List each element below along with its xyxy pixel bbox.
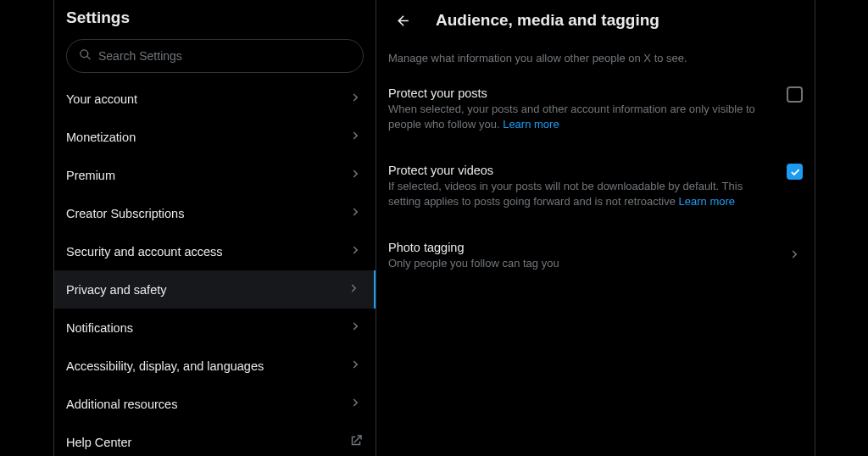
nav-item-security-and-account-access[interactable]: Security and account access: [54, 232, 376, 270]
nav-item-label: Premium: [66, 169, 115, 182]
nav-item-label: Monetization: [66, 131, 136, 144]
nav-item-label: Creator Subscriptions: [66, 207, 184, 220]
nav-item-accessibility-display-and-languages[interactable]: Accessibility, display, and languages: [54, 347, 376, 385]
nav-item-your-account[interactable]: Your account: [54, 80, 376, 118]
nav-item-label: Help Center: [66, 436, 131, 449]
nav-item-label: Your account: [66, 92, 137, 106]
search-icon: [79, 48, 92, 64]
setting-photo-tagging-desc: Only people you follow can tag you: [388, 256, 803, 271]
settings-header: Settings: [54, 0, 376, 39]
detail-title: Audience, media and tagging: [436, 11, 659, 30]
nav-item-premium[interactable]: Premium: [54, 156, 376, 194]
nav-item-additional-resources[interactable]: Additional resources: [54, 385, 376, 423]
nav-item-monetization[interactable]: Monetization: [54, 118, 376, 156]
external-link-icon: [348, 433, 364, 451]
nav-item-label: Accessibility, display, and languages: [66, 359, 264, 373]
detail-header: Audience, media and tagging: [376, 0, 815, 42]
gutter-left: [0, 0, 54, 456]
setting-protect-videos: Protect your videos If selected, videos …: [376, 155, 815, 217]
setting-protect-posts: Protect your posts When selected, your p…: [376, 78, 815, 140]
chevron-right-icon: [348, 395, 364, 413]
nav-item-label: Notifications: [66, 321, 133, 335]
chevron-right-icon: [348, 128, 364, 146]
detail-subhead: Manage what information you allow other …: [376, 42, 815, 78]
chevron-right-icon: [787, 247, 803, 265]
setting-protect-videos-desc: If selected, videos in your posts will n…: [388, 179, 803, 209]
protect-posts-checkbox[interactable]: [787, 86, 803, 103]
nav-item-help-center[interactable]: Help Center: [54, 423, 376, 456]
setting-protect-posts-title: Protect your posts: [388, 86, 803, 100]
gap: [376, 140, 815, 155]
chevron-right-icon: [348, 357, 364, 375]
search-wrap: [54, 39, 376, 78]
search-box[interactable]: [66, 39, 364, 73]
setting-protect-videos-title: Protect your videos: [388, 164, 803, 177]
back-button[interactable]: [388, 6, 417, 35]
chevron-right-icon: [348, 319, 364, 336]
settings-nav-panel: Settings Your accountMonetizationPremium…: [54, 0, 376, 456]
nav-item-label: Security and account access: [66, 245, 223, 259]
chevron-right-icon: [348, 242, 364, 260]
setting-photo-tagging-title: Photo tagging: [388, 241, 803, 254]
detail-panel: Audience, media and tagging Manage what …: [376, 0, 815, 456]
setting-protect-posts-desc-text: When selected, your posts and other acco…: [388, 103, 755, 131]
learn-more-link[interactable]: Learn more: [679, 195, 735, 208]
chevron-right-icon: [347, 281, 362, 298]
setting-protect-posts-desc: When selected, your posts and other acco…: [388, 102, 803, 131]
search-input[interactable]: [98, 49, 351, 63]
setting-photo-tagging[interactable]: Photo tagging Only people you follow can…: [376, 232, 815, 280]
chevron-right-icon: [348, 166, 364, 184]
learn-more-link[interactable]: Learn more: [503, 118, 559, 131]
setting-protect-posts-control: [787, 86, 803, 103]
nav-item-creator-subscriptions[interactable]: Creator Subscriptions: [54, 194, 376, 232]
nav-item-privacy-and-safety[interactable]: Privacy and safety: [54, 270, 376, 309]
chevron-right-icon: [348, 204, 364, 222]
chevron-right-icon: [348, 90, 364, 108]
protect-videos-checkbox[interactable]: [787, 164, 803, 180]
nav-item-notifications[interactable]: Notifications: [54, 309, 376, 347]
settings-title: Settings: [66, 8, 364, 27]
nav-item-label: Additional resources: [66, 398, 177, 411]
setting-protect-videos-control: [787, 164, 803, 180]
gutter-right: [815, 0, 868, 456]
settings-nav-list: Your accountMonetizationPremiumCreator S…: [54, 80, 376, 456]
nav-item-label: Privacy and safety: [66, 283, 166, 297]
gap: [376, 217, 815, 232]
